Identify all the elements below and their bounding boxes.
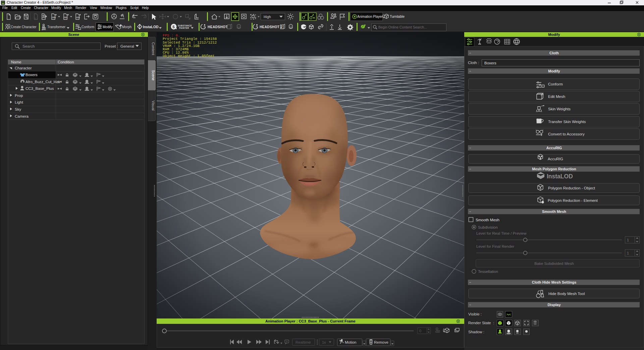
svg-text:Animation Player: Animation Player [357,15,383,18]
svg-text:Turntable: Turntable [390,14,405,18]
svg-text:Modify: Modify [548,33,560,37]
svg-text:Bake Subdivided Mesh: Bake Subdivided Mesh [534,261,574,266]
svg-text:−: − [469,69,471,73]
svg-text:−: − [469,51,471,55]
svg-text:Level for Real Time / Preview: Level for Real Time / Preview [476,231,527,235]
svg-text:1: 1 [627,251,629,255]
svg-text:Camera: Camera [15,114,29,118]
svg-text:Level for Final Render: Level for Final Render [476,244,514,248]
svg-text:Polygon Reduction - Element: Polygon Reduction - Element [548,198,598,202]
svg-text:Cloth Hide Mesh Settings: Cloth Hide Mesh Settings [532,280,577,284]
svg-text:1: 1 [627,238,629,242]
svg-text:HEADSHOT: HEADSHOT [208,25,228,29]
svg-text:SUBSTANCE: SUBSTANCE [178,24,192,27]
svg-text:General: General [120,44,134,48]
svg-text:Begin Online Content Search...: Begin Online Content Search... [378,25,427,29]
svg-text:CC3_Base_Plus: CC3_Base_Plus [25,86,54,91]
svg-text:FBX: FBX [64,16,68,18]
svg-text:Name: Name [11,60,21,64]
svg-text:Boxers: Boxers [484,61,496,65]
svg-text:AccuRIG: AccuRIG [546,146,562,150]
svg-text:Conform: Conform [82,25,94,29]
svg-text:Render State :: Render State : [468,321,494,325]
svg-text:InstaLOD: InstaLOD [547,173,573,180]
svg-text:Cloth :: Cloth : [468,61,479,65]
svg-text:AccuRIG: AccuRIG [548,157,563,161]
svg-text:Modify: Modify [103,25,112,29]
svg-text:Transfer Skin Weights: Transfer Skin Weights [548,120,586,124]
svg-text:Mesh Polygon Reduction: Mesh Polygon Reduction [532,167,576,171]
svg-text:1x: 1x [322,340,326,344]
svg-text:High: High [264,15,271,19]
svg-text:Skin Weights: Skin Weights [548,107,571,111]
svg-text:Cloth: Cloth [549,51,559,55]
svg-text:Motion: Motion [345,340,357,344]
svg-text:InstaLOD: InstaLOD [143,25,159,29]
svg-text:Display: Display [547,303,561,307]
svg-text:USD: USD [76,16,80,18]
svg-text:Shadow :: Shadow : [468,330,484,334]
svg-text:Smooth Mesh: Smooth Mesh [542,210,566,214]
svg-text:Boxers: Boxers [25,73,38,77]
svg-text:Edit Mesh: Edit Mesh [548,95,565,99]
svg-text:iC: iC [35,17,37,19]
svg-text:S: S [172,25,175,29]
svg-text:Object Height : 1.05feet: Object Height : 1.05feet [163,54,215,58]
svg-text:Condition: Condition [58,60,74,64]
svg-text:Prop: Prop [15,94,23,98]
svg-text:Create Character: Create Character [11,25,37,29]
svg-text:Convert to Accessory: Convert to Accessory [548,132,585,136]
svg-text:Transformer: Transformer [47,25,66,29]
svg-text:−: − [469,146,471,150]
svg-text:0: 0 [419,329,421,333]
svg-text:Polygon Reduction - Object: Polygon Reduction - Object [548,186,595,190]
svg-text:Morph: Morph [122,25,131,29]
svg-text:Realtime: Realtime [296,340,311,344]
svg-text:Light: Light [15,100,23,104]
svg-text:−: − [469,303,471,307]
svg-text:PAINTER: PAINTER [179,27,189,29]
svg-text:Sky: Sky [15,107,21,111]
svg-text:Preset :: Preset : [105,44,118,48]
svg-text:Afro_Buzz_Cut_Hair: Afro_Buzz_Cut_Hair [25,80,61,84]
svg-text:Conform: Conform [548,82,563,86]
svg-text:−: − [469,167,471,171]
svg-text:Remove: Remove [374,340,388,344]
svg-text:Modify: Modify [548,69,560,73]
svg-text:Tessellation: Tessellation [478,270,498,274]
svg-text:−: − [469,281,471,284]
svg-text:Visible :: Visible : [468,312,482,316]
svg-text:Subdivision: Subdivision [478,225,498,229]
svg-text:Scene: Scene [68,33,79,37]
svg-text:OBJ: OBJ [52,16,56,18]
svg-text:Smooth Mesh: Smooth Mesh [476,218,499,222]
svg-text:HEADSHOT 2: HEADSHOT 2 [260,25,282,29]
svg-text:Hide Body Mesh Tool: Hide Body Mesh Tool [548,292,585,296]
svg-text:Character: Character [15,66,32,70]
svg-text:Search: Search [22,44,35,48]
svg-text:−: − [469,210,471,214]
